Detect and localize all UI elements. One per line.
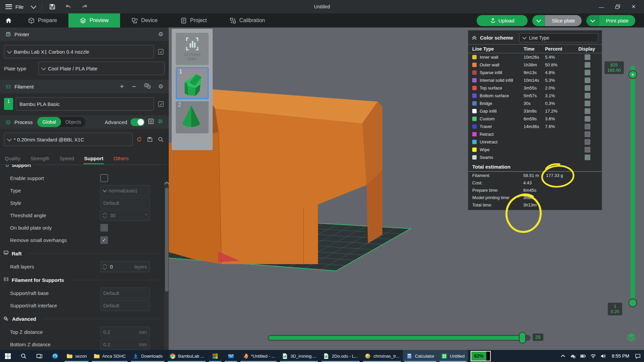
display-checkbox[interactable]: ✓ xyxy=(585,101,590,106)
display-checkbox[interactable]: ✓ xyxy=(585,108,590,114)
undo-icon[interactable] xyxy=(64,2,73,11)
display-checkbox[interactable] xyxy=(585,139,590,145)
scope-objects-button[interactable]: Objects xyxy=(61,119,86,125)
taskbar-item-start[interactable] xyxy=(0,350,16,362)
nav-tab-calibration[interactable]: Calibration xyxy=(218,13,276,27)
sync-filament-icon[interactable] xyxy=(144,83,151,90)
layer-range-slider[interactable] xyxy=(631,66,635,304)
display-checkbox[interactable]: ✓ xyxy=(585,77,590,83)
preset-search-icon[interactable] xyxy=(157,135,165,143)
taskbar-item-calc-3d-ironing[interactable]: 3D_ironing.... xyxy=(278,350,320,362)
slice-plate-dropdown[interactable] xyxy=(532,15,545,26)
enable-support-checkbox[interactable] xyxy=(100,174,108,182)
scrollbar-up-arrow[interactable] xyxy=(164,182,169,186)
taskbar-item-folder-anca-sdhc[interactable]: Anca SDHC xyxy=(90,350,129,362)
layer-slider-bottom-handle[interactable] xyxy=(628,298,637,307)
file-menu[interactable]: File xyxy=(15,4,23,10)
printer-select[interactable]: Bambu Lab X1 Carbon 0.4 nozzle xyxy=(4,45,154,58)
taskbar-item-task-view[interactable] xyxy=(32,350,47,362)
file-menu-chevron-icon[interactable] xyxy=(31,3,37,9)
volume-icon[interactable] xyxy=(600,353,606,359)
taskbar-item-bambu-untitled[interactable]: Untitled xyxy=(438,350,468,362)
minimize-button[interactable]: — xyxy=(596,2,607,11)
settings-scrollbar[interactable] xyxy=(164,181,169,350)
nav-tab-device[interactable]: Device xyxy=(120,13,169,27)
filament-select[interactable]: Bambu PLA Basic xyxy=(16,97,154,111)
print-plate-button[interactable]: Print plate xyxy=(599,15,635,26)
display-checkbox[interactable]: ✓ xyxy=(585,155,590,160)
move-slider-handle[interactable] xyxy=(519,332,526,344)
display-checkbox[interactable]: ✓ xyxy=(585,116,590,122)
nav-tab-preview[interactable]: Preview xyxy=(68,13,120,27)
process-tab-support[interactable]: Support xyxy=(84,156,104,164)
color-scheme-select[interactable]: Line Type xyxy=(519,33,598,42)
taskbar-item-calc-2do[interactable]: 2Do.ods - L... xyxy=(320,350,361,362)
threshold-angle-spinner[interactable]: 30° xyxy=(100,210,150,221)
taskbar-item-chrome-bambulab[interactable]: BambuLab ... xyxy=(166,350,207,362)
print-plate-dropdown[interactable] xyxy=(586,15,599,26)
taskbar-item-search[interactable] xyxy=(16,350,32,362)
taskbar-item-paintnet-untitled[interactable]: *Untitled - ... xyxy=(239,350,278,362)
display-checkbox[interactable] xyxy=(585,147,590,153)
tray-battery-icon[interactable] xyxy=(580,353,586,359)
support-raft-interface-select[interactable]: Default xyxy=(100,300,150,311)
filament-settings-gear-icon[interactable]: ⚙ xyxy=(158,84,163,89)
menu-icon[interactable] xyxy=(5,4,12,9)
display-checkbox[interactable]: ✓ xyxy=(585,93,590,99)
nav-tab-project[interactable]: Project xyxy=(169,13,218,27)
plate-1-thumbnail[interactable]: 1 xyxy=(176,67,209,99)
remove-small-overhangs-checkbox[interactable]: ✓ xyxy=(100,236,108,244)
filament-edit-icon[interactable] xyxy=(157,100,165,108)
settings-scroll-area[interactable]: SupportEnable supportTypenormal(auto)Sty… xyxy=(0,165,169,350)
bottom-z-distance-input[interactable]: 0.2mm xyxy=(100,339,150,350)
taskbar-item-folder-sezon[interactable]: sezon xyxy=(63,350,90,362)
taskbar-item-edge[interactable] xyxy=(47,350,63,362)
clock[interactable]: 8:55 PM xyxy=(610,353,631,359)
layers-view-icon[interactable] xyxy=(627,333,636,343)
all-plates-stats-card[interactable]: All Plates Stats xyxy=(176,33,209,65)
add-filament-button[interactable]: + xyxy=(120,82,124,90)
restore-button[interactable] xyxy=(612,2,623,11)
display-checkbox[interactable]: ✓ xyxy=(585,70,590,75)
preset-list-icon[interactable] xyxy=(148,118,154,126)
plate-2-thumbnail[interactable]: 2 xyxy=(176,101,209,133)
plate-type-select[interactable]: Cool Plate / PLA Plate xyxy=(38,62,165,75)
printer-edit-icon[interactable] xyxy=(157,48,165,56)
parameter-tune-icon[interactable] xyxy=(157,118,163,126)
preset-save-icon[interactable] xyxy=(146,135,154,143)
display-checkbox[interactable] xyxy=(585,124,590,129)
taskbar-item-christnas-tr[interactable]: christnas_tr... xyxy=(361,350,402,362)
taskbar-item-store[interactable] xyxy=(207,350,223,362)
filament-slot-badge[interactable]: 1 xyxy=(4,98,13,110)
onedrive-icon[interactable] xyxy=(570,353,576,359)
raft-layers-spinner[interactable]: 0layers xyxy=(100,261,150,272)
scope-global-button[interactable]: Global xyxy=(37,117,61,127)
slice-plate-button[interactable]: Slice plate xyxy=(545,15,582,26)
display-checkbox[interactable]: ✓ xyxy=(585,62,590,68)
tray-expand-chevron-icon[interactable] xyxy=(560,353,566,359)
style-select[interactable]: Default xyxy=(100,197,150,208)
on-build-plate-only-checkbox[interactable] xyxy=(100,224,108,232)
display-checkbox[interactable] xyxy=(585,131,590,137)
wifi-icon[interactable] xyxy=(590,353,596,359)
process-tab-speed[interactable]: Speed xyxy=(59,156,74,164)
taskbar-item-downloads[interactable]: Downloads xyxy=(129,350,166,362)
redo-icon[interactable] xyxy=(80,2,89,11)
remove-filament-button[interactable]: − xyxy=(132,82,136,90)
process-tab-quality[interactable]: Quality xyxy=(5,156,20,164)
top-z-distance-input[interactable]: 0.2mm xyxy=(100,326,150,338)
scrollbar-thumb[interactable] xyxy=(165,188,168,292)
battery-percentage-widget[interactable]: 82% xyxy=(471,351,491,361)
nav-tab-prepare[interactable]: Prepare xyxy=(17,13,68,27)
save-icon[interactable] xyxy=(48,2,57,11)
type-select[interactable]: normal(auto) xyxy=(100,185,150,196)
display-checkbox[interactable]: ✓ xyxy=(585,54,590,60)
support-raft-base-select[interactable]: Default xyxy=(100,288,150,299)
display-checkbox[interactable]: ✓ xyxy=(585,85,590,91)
process-tab-strength[interactable]: Strength xyxy=(31,156,50,164)
process-tab-others[interactable]: Others xyxy=(113,156,128,164)
taskbar-item-calculator[interactable]: Calculator xyxy=(403,350,438,362)
taskbar-item-mail[interactable] xyxy=(223,350,239,362)
preset-reset-icon[interactable] xyxy=(135,135,143,143)
process-preset-select[interactable]: * 0.20mm Standard @BBL X1C xyxy=(4,133,132,146)
